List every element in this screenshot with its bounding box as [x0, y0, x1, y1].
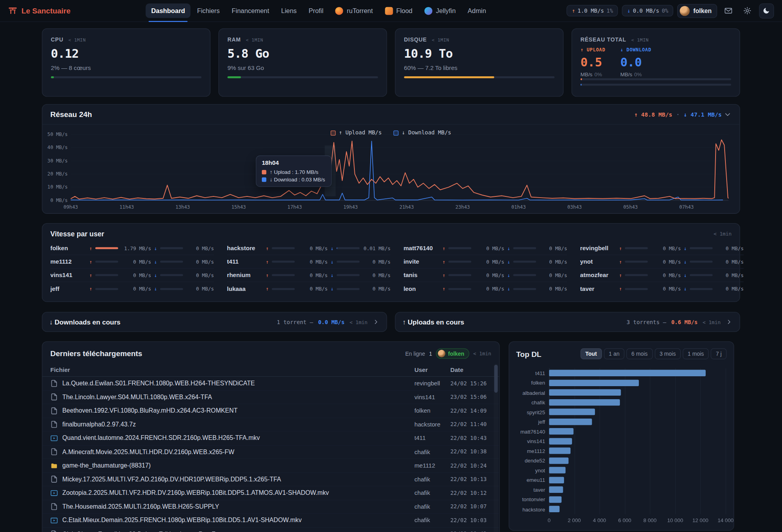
dl-bar — [549, 409, 595, 415]
table-row[interactable]: Clair.Obscur.Expedition.33.Deluxe.Editio… — [42, 528, 499, 532]
bar-row[interactable] — [549, 397, 725, 407]
user-speed-row[interactable]: jeff↑0 MB/s↓0 MB/s — [50, 282, 214, 296]
bar-row[interactable] — [549, 407, 725, 417]
user-speed-row[interactable]: revingbell↑0 MB/s↓0 MB/s — [580, 241, 744, 255]
bar-row[interactable] — [549, 494, 725, 504]
upload-speed-value: 0 MB/s — [651, 259, 681, 264]
bottom-row: Derniers téléchargements En ligne 1 folk… — [42, 341, 740, 532]
upload-speed-value: 1.79 MB/s — [121, 245, 151, 251]
table-row[interactable]: finalburnalpha0.2.97.43.7zhackstore22/02… — [42, 418, 499, 432]
nav-item-financement[interactable]: Financement — [226, 4, 275, 18]
refresh-age: < 1min — [350, 319, 368, 325]
upload-arrow-icon: ↑ — [266, 272, 269, 278]
bar-row[interactable] — [549, 485, 725, 495]
table-row[interactable]: Mickey.17.2025.MULTI.VF2.AD.2160p.DV.HDR… — [42, 473, 499, 487]
user-speed-row[interactable]: atmozfear↑0 MB/s↓0 MB/s — [580, 269, 744, 282]
user-speed-row[interactable]: me1112↑0 MB/s↓0 MB/s — [50, 255, 214, 269]
user-speed-row[interactable]: tanis↑0 MB/s↓0 MB/s — [403, 269, 567, 282]
nav-item-rutorrent[interactable]: ruTorrent — [330, 3, 378, 18]
download-bar — [337, 288, 360, 290]
download-arrow-icon: ↓ — [684, 286, 687, 292]
upload-bar — [625, 260, 648, 262]
current-upload-rate: ↑ 48.8 MB/s — [634, 111, 672, 118]
nav-item-profil[interactable]: Profil — [303, 4, 329, 18]
file-icon — [50, 421, 58, 428]
user-speed-row[interactable]: t411↑0 MB/s↓0 MB/s — [227, 255, 391, 269]
range-button-7-j[interactable]: 7 j — [711, 348, 727, 359]
download-bar — [160, 274, 183, 276]
range-button-6-mois[interactable]: 6 mois — [627, 348, 653, 359]
column-header-date: Date — [451, 366, 491, 374]
last-downloads-title: Derniers téléchargements — [50, 349, 142, 358]
bar-row[interactable] — [549, 436, 725, 446]
upload-bar — [272, 288, 295, 290]
axis-tick: 4 000 — [593, 517, 606, 523]
user-speed-row[interactable]: rhenium↑0 MB/s↓0 MB/s — [227, 269, 391, 282]
settings-button[interactable] — [740, 3, 755, 18]
table-row[interactable]: Zootopia.2.2025.MULTI.VF2.HDR.DV.2160p.W… — [42, 487, 499, 500]
bar-row[interactable] — [549, 446, 725, 456]
upload-speed-value: 0 MB/s — [121, 259, 151, 264]
bar-row[interactable] — [549, 466, 725, 475]
nav-item-liens[interactable]: Liens — [276, 4, 302, 18]
user-speed-row[interactable]: vins141↑0 MB/s↓0 MB/s — [50, 269, 214, 282]
user-speed-row[interactable]: hackstore↑0 MB/s↓0.01 MB/s — [227, 241, 391, 255]
user-speed-row[interactable]: leon↑0 MB/s↓0 MB/s — [403, 282, 567, 296]
video-icon — [50, 489, 58, 497]
bar-row[interactable] — [549, 456, 725, 466]
upload-arrow-icon: ↑ — [442, 286, 445, 292]
user-speed-row[interactable]: taver↑0 MB/s↓0 MB/s — [580, 282, 744, 296]
scrollbar-thumb[interactable] — [494, 365, 498, 393]
nav-item-fichiers[interactable]: Fichiers — [191, 4, 225, 18]
nav-item-admin[interactable]: Admin — [462, 4, 491, 18]
network-current-rates: ↑ 48.8 MB/s · ↓ 47.1 MB/s — [634, 111, 721, 118]
bar-row[interactable] — [549, 426, 725, 436]
table-row[interactable]: A.Minecraft.Movie.2025.MULTi.HDR.DV.2160… — [42, 445, 499, 459]
bar-row[interactable] — [549, 368, 725, 378]
table-row[interactable]: C.Etait.Mieux.Demain.2025.FRENCH.1080p.W… — [42, 514, 499, 528]
upload-arrow-icon: ↑ — [266, 245, 269, 251]
download-arrow-icon: ↓ — [507, 272, 510, 278]
nav-item-jellyfin[interactable]: Jellyfin — [419, 3, 461, 18]
range-button-3-mois[interactable]: 3 mois — [655, 348, 681, 359]
bar-row[interactable] — [549, 504, 725, 514]
bar-row[interactable] — [549, 417, 725, 427]
table-row[interactable]: Beethoven.1992.VFi.1080p.BluRay.mHD.x264… — [42, 404, 499, 418]
nav-item-dashboard[interactable]: Dashboard — [146, 4, 190, 18]
svg-text:11h43: 11h43 — [119, 204, 134, 210]
messages-button[interactable] — [721, 3, 736, 18]
table-scrollbar[interactable] — [494, 364, 498, 532]
table-row[interactable]: Quand.vient.lautomne.2024.FRENCH.SDR.216… — [42, 432, 499, 445]
user-speed-row[interactable]: ynot↑0 MB/s↓0 MB/s — [580, 255, 744, 269]
uploads-en-cours-bar[interactable]: ↑ Uploads en cours 3 torrents — 0.6 MB/s… — [395, 312, 740, 332]
range-button-1-mois[interactable]: 1 mois — [683, 348, 709, 359]
collapse-panel-button[interactable] — [723, 110, 731, 118]
online-user-badge[interactable]: folken — [436, 348, 470, 358]
range-button-1-an[interactable]: 1 an — [604, 348, 624, 359]
user-speed-row[interactable]: folken↑1.79 MB/s↓0 MB/s — [50, 241, 214, 255]
user-speed-row[interactable]: lukaaa↑0 MB/s↓0 MB/s — [227, 282, 391, 296]
brand[interactable]: Le Sanctuaire — [8, 6, 70, 15]
bar-row[interactable] — [549, 475, 725, 485]
table-row[interactable]: game-the_thaumaturge-(88317)me111222/02 … — [42, 459, 499, 473]
download-arrow-icon: ↓ — [331, 259, 334, 264]
online-username: folken — [448, 351, 464, 357]
range-button-tout[interactable]: Tout — [580, 348, 602, 359]
theme-toggle-button[interactable] — [759, 3, 774, 18]
bar-row[interactable] — [549, 388, 725, 398]
user-speed-row[interactable]: invite↑0 MB/s↓0 MB/s — [403, 255, 567, 269]
upload-arrow-icon: ↑ — [89, 286, 93, 292]
bar-row[interactable] — [549, 378, 725, 388]
table-row[interactable]: La.Quete.d.Ewilan.S01.FRENCH.1080p.WEB.H… — [42, 377, 499, 391]
downloads-en-cours-bar[interactable]: ↓ Downloads en cours 1 torrent — 0.0 MB/… — [42, 312, 387, 332]
user-speed-row[interactable]: matt76140↑0 MB/s↓0 MB/s — [403, 241, 567, 255]
table-row[interactable]: The.Lincoln.Lawyer.S04.MULTi.1080p.WEB.x… — [42, 391, 499, 404]
download-arrow-icon: ↓ — [507, 245, 510, 251]
user-name: ynot — [580, 258, 616, 265]
nav-item-flood[interactable]: Flood — [379, 3, 418, 18]
user-menu-button[interactable]: folken — [677, 4, 717, 17]
table-row[interactable]: The.Housemaid.2025.MULTi.2160p.WEB.H265-… — [42, 500, 499, 514]
file-date: 22/02 10:13 — [451, 476, 491, 482]
network-24h-panel: Réseau 24h ↑ 48.8 MB/s · ↓ 47.1 MB/s ↑ U… — [42, 104, 740, 214]
network-chart[interactable]: ↑ Upload MB/s↓ Download MB/s 0 MB/s10 MB… — [42, 125, 740, 213]
